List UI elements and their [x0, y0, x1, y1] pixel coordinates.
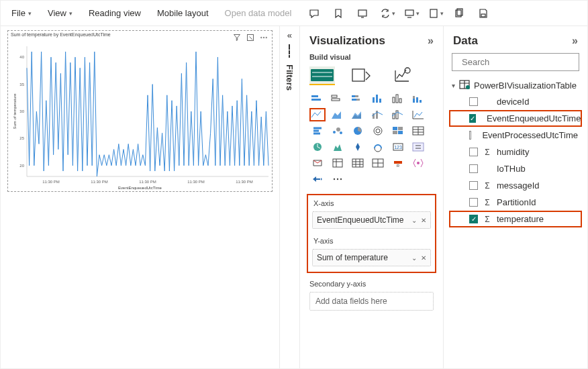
visual-type-icon[interactable]	[350, 156, 366, 170]
visual-type-icon[interactable]	[410, 92, 426, 105]
collapse-icon[interactable]: «	[287, 30, 292, 40]
visual-type-icon[interactable]	[309, 108, 326, 121]
yaxis-field[interactable]: Sum of temperature ⌄✕	[312, 249, 431, 266]
data-search-input[interactable]	[460, 56, 576, 68]
field-name: humidity	[497, 147, 529, 157]
field-checkbox[interactable]	[469, 198, 478, 207]
svg-point-73	[337, 178, 338, 180]
visual-type-icon[interactable]	[370, 108, 386, 121]
xaxis-field[interactable]: EventEnqueuedUtcTime ⌄✕	[312, 211, 431, 229]
secondary-yaxis-placeholder: Add data fields here	[315, 297, 387, 306]
expand-icon[interactable]: »	[428, 35, 434, 47]
chevron-down-icon[interactable]: ⌄	[411, 217, 417, 224]
svg-rect-41	[399, 99, 401, 103]
slide-icon[interactable]	[350, 1, 375, 25]
field-row[interactable]: EventEnqueuedUtcTime	[449, 110, 582, 127]
visual-type-icon[interactable]	[410, 140, 426, 154]
more-visuals-icon[interactable]	[330, 172, 346, 186]
visual-type-icon[interactable]	[330, 124, 346, 138]
report-canvas[interactable]: Sum of temperature by EventEnqueuedUtcTi…	[1, 26, 279, 368]
menu-file-label: File	[11, 8, 26, 18]
svg-rect-35	[356, 99, 360, 101]
field-checkbox[interactable]	[469, 215, 478, 223]
focus-icon[interactable]	[246, 34, 254, 44]
page-icon[interactable]: ▾	[423, 1, 447, 25]
visual-type-icon[interactable]	[330, 92, 346, 105]
visual-type-icon[interactable]	[350, 108, 366, 121]
copy-icon[interactable]	[447, 1, 471, 25]
secondary-yaxis-field[interactable]: Add data fields here	[309, 292, 434, 311]
sigma-icon: Σ	[483, 148, 491, 157]
menu-file[interactable]: File ▾	[3, 4, 40, 22]
sigma-icon: Σ	[483, 198, 491, 207]
field-checkbox[interactable]	[469, 148, 478, 156]
menu-reading-view[interactable]: Reading view	[81, 4, 149, 22]
expand-icon[interactable]: »	[572, 35, 578, 47]
menu-view[interactable]: View ▾	[40, 4, 81, 22]
visual-type-icon[interactable]	[309, 124, 326, 138]
visual-type-icon[interactable]	[309, 140, 326, 154]
svg-rect-57	[398, 127, 403, 130]
chevron-down-icon[interactable]: ⌄	[411, 254, 417, 262]
more-icon[interactable]	[260, 34, 268, 44]
field-checkbox[interactable]	[469, 164, 478, 173]
menu-mobile-layout[interactable]: Mobile layout	[149, 4, 217, 22]
visual-type-icon[interactable]	[370, 92, 386, 105]
remove-icon[interactable]: ✕	[421, 254, 426, 262]
field-checkbox[interactable]	[469, 114, 476, 123]
sync-icon[interactable]: ​▾	[375, 1, 399, 25]
line-chart-visual[interactable]: Sum of temperature by EventEnqueuedUtcTi…	[7, 30, 273, 192]
field-row[interactable]: deviceId	[449, 93, 582, 110]
visual-type-icon[interactable]	[410, 108, 426, 121]
visual-type-icon[interactable]	[410, 124, 426, 138]
visual-type-icon[interactable]	[330, 108, 346, 121]
build-visual-tab[interactable]	[309, 66, 335, 85]
field-row[interactable]: IoTHub	[449, 160, 582, 177]
format-visual-tab[interactable]	[351, 66, 377, 85]
visual-type-icon[interactable]: R	[390, 156, 406, 170]
svg-text:40: 40	[19, 55, 24, 59]
app-root: File ▾ View ▾ Reading view Mobile layout…	[0, 0, 588, 369]
save-icon[interactable]	[471, 1, 495, 25]
table-node[interactable]: ▾ PowerBIVisualizationTable	[449, 78, 586, 93]
visual-type-icon[interactable]	[350, 92, 366, 105]
visual-type-icon[interactable]	[370, 140, 386, 154]
svg-rect-56	[393, 127, 397, 130]
visual-type-icon[interactable]	[309, 172, 326, 186]
field-row[interactable]: ΣPartitionId	[449, 194, 582, 211]
filter-icon[interactable]	[233, 34, 241, 44]
visual-type-icon[interactable]	[330, 156, 346, 170]
field-row[interactable]: Σtemperature	[449, 211, 582, 227]
svg-text:123: 123	[394, 145, 402, 150]
field-name: messageId	[497, 180, 540, 191]
visual-type-icon[interactable]	[390, 124, 406, 138]
field-row[interactable]: Σhumidity	[449, 144, 582, 160]
field-checkbox[interactable]	[469, 131, 471, 140]
analytics-tab[interactable]	[393, 66, 418, 85]
field-row[interactable]: ΣmessageId	[449, 177, 582, 194]
visual-type-icon[interactable]	[370, 156, 386, 170]
data-search[interactable]	[452, 53, 579, 71]
chevron-down-icon: ▾	[452, 82, 455, 89]
visual-type-icon[interactable]	[309, 156, 326, 170]
visual-type-icon[interactable]	[330, 140, 346, 154]
visual-type-icon[interactable]	[390, 108, 406, 121]
visual-type-icon[interactable]: 123	[390, 140, 406, 154]
visual-type-icon[interactable]	[309, 92, 326, 105]
field-checkbox[interactable]	[469, 181, 478, 190]
remove-icon[interactable]: ✕	[421, 217, 426, 224]
filters-rail[interactable]: « Filters	[279, 26, 299, 368]
screen-icon[interactable]: ▾	[399, 1, 423, 25]
field-checkbox[interactable]	[469, 97, 478, 106]
secondary-yaxis-label: Secondary y-axis	[309, 280, 434, 288]
visual-type-icon[interactable]	[350, 124, 366, 138]
svg-text:11:30 PM: 11:30 PM	[91, 180, 108, 184]
visual-type-icon[interactable]	[370, 124, 386, 138]
visual-type-icon[interactable]	[390, 92, 406, 105]
comment-icon[interactable]	[302, 1, 326, 25]
field-row[interactable]: EventProcessedUtcTime	[449, 127, 582, 144]
visual-type-icon[interactable]	[410, 156, 426, 170]
table-icon	[459, 80, 470, 91]
bookmark-icon[interactable]	[326, 1, 350, 25]
visual-type-icon[interactable]	[350, 140, 366, 154]
